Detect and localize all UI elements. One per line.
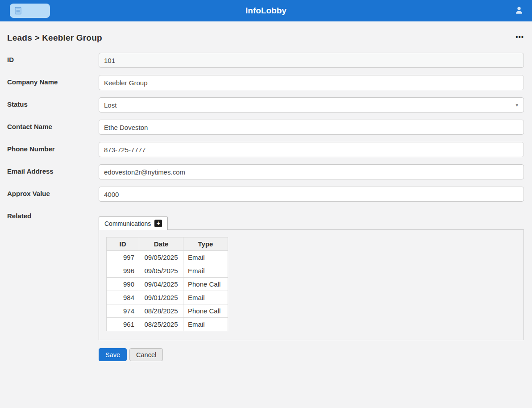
form-rows: IDCompany NameStatusLost▾Contact NamePho… [7,53,524,202]
phone-number-label: Phone Number [7,142,99,157]
person-icon [514,5,524,17]
status-label: Status [7,97,99,112]
list-icon [14,7,22,15]
breadcrumb-separator: > [34,33,39,42]
cell-date: 09/01/2025 [139,291,183,304]
table-row[interactable]: 97408/28/2025Phone Call [107,304,228,318]
cell-date: 09/05/2025 [139,251,183,264]
communications-table: IDDateType 99709/05/2025Email99609/05/20… [106,237,228,331]
user-account-button[interactable] [513,4,525,17]
form-row-company-name: Company Name [7,75,524,90]
cell-id: 996 [107,264,139,278]
column-header-type[interactable]: Type [183,237,228,251]
breadcrumb-row: Leads > Keebler Group ••• [0,21,532,53]
cell-date: 08/28/2025 [139,304,183,318]
cell-type: Email [183,251,228,264]
table-row[interactable]: 99609/05/2025Email [107,264,228,278]
email-address-label: Email Address [7,164,99,179]
table-row[interactable]: 99009/04/2025Phone Call [107,278,228,291]
related-label: Related [7,209,99,361]
table-header-row: IDDateType [107,237,228,251]
form-row-contact-name: Contact Name [7,120,524,135]
add-communication-button[interactable]: + [154,220,162,227]
menu-button[interactable] [10,4,50,18]
approx-value-field[interactable] [99,187,524,202]
column-header-date[interactable]: Date [139,237,183,251]
cell-type: Email [183,264,228,278]
related-row: Related Communications + IDDateType 9970… [7,209,524,361]
top-bar: InfoLobby [0,0,532,21]
contact-name-field[interactable] [99,120,524,135]
id-label: ID [7,53,99,68]
form-row-email-address: Email Address [7,164,524,179]
communications-panel: IDDateType 99709/05/2025Email99609/05/20… [99,229,524,340]
save-button[interactable]: Save [99,348,127,361]
form-row-approx-value: Approx Value [7,187,524,202]
cell-id: 984 [107,291,139,304]
app-title: InfoLobby [0,6,532,16]
tab-communications[interactable]: Communications + [99,216,168,230]
cancel-button[interactable]: Cancel [129,348,163,361]
form-row-id: ID [7,53,524,68]
form-row-status: StatusLost▾ [7,97,524,112]
status-select[interactable]: Lost▾ [99,97,524,112]
email-address-field[interactable] [99,164,524,179]
table-row[interactable]: 96108/25/2025Email [107,318,228,331]
column-header-id[interactable]: ID [107,237,139,251]
lead-form: IDCompany NameStatusLost▾Contact NamePho… [0,53,532,361]
form-actions: Save Cancel [99,348,524,361]
form-row-phone-number: Phone Number [7,142,524,157]
breadcrumb: Leads > Keebler Group [7,33,102,43]
more-options-button[interactable]: ••• [515,33,524,41]
cell-type: Email [183,291,228,304]
cell-date: 09/04/2025 [139,278,183,291]
cell-type: Email [183,318,228,331]
contact-name-label: Contact Name [7,120,99,135]
table-body: 99709/05/2025Email99609/05/2025Email9900… [107,251,228,331]
cell-type: Phone Call [183,278,228,291]
phone-number-field[interactable] [99,142,524,157]
breadcrumb-record-name: Keebler Group [42,33,102,42]
breadcrumb-leads-link[interactable]: Leads [7,33,32,42]
id-field[interactable] [99,53,524,68]
company-name-label: Company Name [7,75,99,90]
tab-communications-label: Communications [104,220,151,227]
chevron-down-icon: ▾ [515,102,518,108]
cell-id: 974 [107,304,139,318]
cell-id: 997 [107,251,139,264]
status-selected-value: Lost [104,101,116,109]
cell-id: 990 [107,278,139,291]
cell-type: Phone Call [183,304,228,318]
cell-date: 08/25/2025 [139,318,183,331]
cell-id: 961 [107,318,139,331]
approx-value-label: Approx Value [7,187,99,202]
company-name-field[interactable] [99,75,524,90]
cell-date: 09/05/2025 [139,264,183,278]
table-row[interactable]: 99709/05/2025Email [107,251,228,264]
table-row[interactable]: 98409/01/2025Email [107,291,228,304]
